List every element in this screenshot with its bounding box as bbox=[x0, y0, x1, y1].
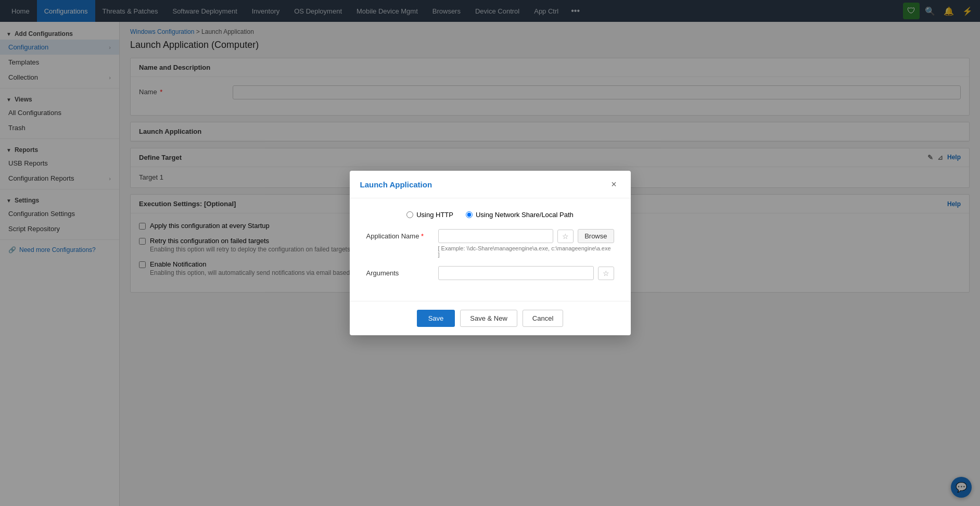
modal-title: Launch Application bbox=[360, 180, 432, 189]
app-name-hint: [ Example: \\dc-Share\manageengine\a.exe… bbox=[438, 245, 614, 258]
modal-header: Launch Application × bbox=[350, 171, 631, 198]
radio-network-label: Using Network Share/Local Path bbox=[476, 211, 574, 219]
modal-body: Using HTTP Using Network Share/Local Pat… bbox=[350, 198, 631, 301]
arguments-input[interactable] bbox=[438, 266, 594, 280]
modal-overlay: Launch Application × Using HTTP Using Ne… bbox=[0, 0, 980, 506]
save-button[interactable]: Save bbox=[417, 310, 455, 327]
app-name-star-button[interactable]: ☆ bbox=[557, 230, 574, 243]
radio-group: Using HTTP Using Network Share/Local Pat… bbox=[366, 211, 614, 219]
arguments-label: Arguments bbox=[366, 269, 434, 277]
modal-footer: Save Save & New Cancel bbox=[350, 301, 631, 335]
modal-close-button[interactable]: × bbox=[608, 178, 620, 191]
arguments-star-button[interactable]: ☆ bbox=[598, 267, 614, 280]
app-name-input[interactable] bbox=[438, 229, 554, 243]
app-name-label: Application Name * bbox=[366, 232, 434, 240]
app-name-required: * bbox=[421, 232, 424, 240]
radio-http-label: Using HTTP bbox=[416, 211, 453, 219]
radio-network-option[interactable]: Using Network Share/Local Path bbox=[466, 211, 574, 219]
app-name-row: Application Name * ☆ Browse bbox=[366, 229, 614, 243]
app-name-field: Application Name * ☆ Browse [ Example: \… bbox=[366, 229, 614, 258]
radio-http-option[interactable]: Using HTTP bbox=[406, 211, 453, 219]
arguments-row: Arguments ☆ bbox=[366, 266, 614, 280]
radio-http-input[interactable] bbox=[406, 211, 413, 218]
browse-button[interactable]: Browse bbox=[578, 229, 614, 243]
launch-application-modal: Launch Application × Using HTTP Using Ne… bbox=[350, 171, 631, 335]
radio-network-input[interactable] bbox=[466, 211, 473, 218]
save-new-button[interactable]: Save & New bbox=[460, 310, 517, 327]
arguments-field: Arguments ☆ bbox=[366, 266, 614, 280]
cancel-button[interactable]: Cancel bbox=[523, 310, 563, 327]
